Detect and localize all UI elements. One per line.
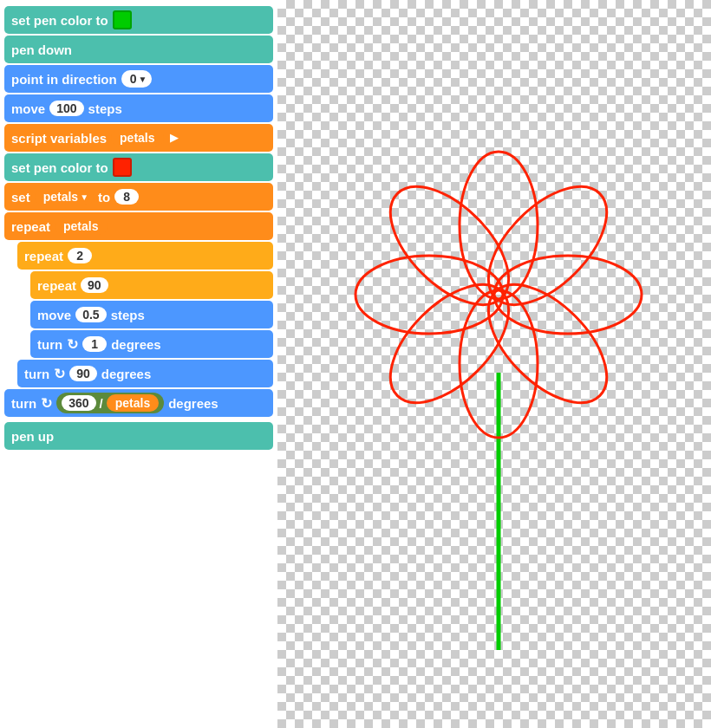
block-label: set pen color to [11, 13, 108, 28]
div-operator: / [100, 396, 103, 411]
set-label: set [11, 190, 30, 205]
color-swatch-red[interactable] [113, 158, 132, 177]
petals-value[interactable]: 8 [114, 189, 139, 205]
degrees-label: degrees [168, 396, 219, 411]
div-denominator: petals [107, 394, 159, 412]
block-label: move [37, 308, 71, 322]
svg-point-4 [468, 264, 628, 424]
block-label: pen up [11, 429, 54, 444]
var-petals: petals [111, 129, 163, 146]
block-set-petals[interactable]: set petals ▼ to 8 [4, 183, 273, 211]
dropdown-arrow: ▼ [80, 192, 88, 202]
div-expression[interactable]: 360 / petals [56, 393, 164, 413]
rotate-cw-icon: ↻ [54, 366, 65, 382]
to-label: to [98, 190, 110, 205]
svg-point-6 [370, 264, 530, 424]
repeat-label: repeat [24, 249, 63, 263]
block-move-0.5[interactable]: move 0.5 steps [30, 301, 273, 328]
block-repeat-2[interactable]: repeat 2 [17, 242, 273, 270]
degrees-label: degrees [111, 337, 161, 352]
var-name: petals [43, 190, 78, 204]
var-petals-dropdown[interactable]: petals ▼ [35, 188, 94, 205]
flower-canvas [277, 0, 711, 728]
turn-value[interactable]: 1 [82, 336, 107, 352]
repeat-label: repeat [37, 278, 76, 293]
block-set-pen-color-red[interactable]: set pen color to [4, 153, 273, 181]
repeat-value[interactable]: 2 [68, 248, 92, 263]
block-repeat-petals[interactable]: repeat petals [4, 212, 273, 240]
block-label: point in direction [11, 72, 117, 87]
block-script-variables[interactable]: script variables petals ▶ [4, 124, 273, 152]
rotate-cw-icon: ↻ [41, 395, 52, 412]
svg-point-2 [468, 166, 628, 326]
blocks-area: set pen color to pen down point in direc… [0, 0, 277, 728]
turn-value[interactable]: 90 [69, 366, 97, 381]
dropdown-arrow: ▼ [138, 75, 147, 84]
color-swatch-green[interactable] [113, 10, 132, 29]
block-move-100[interactable]: move 100 steps [4, 94, 273, 122]
move-value[interactable]: 100 [49, 101, 83, 116]
svg-point-8 [370, 166, 530, 326]
block-repeat-90[interactable]: repeat 90 [30, 271, 273, 299]
turn-label: turn [24, 367, 49, 381]
block-label: set pen color to [11, 160, 108, 175]
rotate-cw-icon: ↻ [67, 336, 78, 353]
block-pen-up[interactable]: pen up [4, 422, 273, 450]
direction-input[interactable]: 0 ▼ [121, 70, 153, 88]
block-turn-1[interactable]: turn ↻ 1 degrees [30, 330, 273, 358]
repeat-value[interactable]: 90 [81, 277, 108, 293]
div-numerator[interactable]: 360 [62, 395, 95, 411]
block-label: pen down [11, 42, 72, 57]
svg-point-7 [356, 256, 503, 334]
degrees-label: degrees [101, 367, 152, 381]
block-set-pen-color-green[interactable]: set pen color to [4, 6, 273, 34]
turn-label: turn [37, 337, 62, 352]
svg-point-3 [494, 256, 642, 334]
repeat-var: petals [55, 218, 107, 235]
move-value[interactable]: 0.5 [75, 307, 106, 322]
turn-label: turn [11, 396, 36, 411]
block-turn-90[interactable]: turn ↻ 90 degrees [17, 360, 273, 387]
arrow-icon: ▶ [170, 132, 178, 144]
direction-value: 0 [130, 72, 137, 86]
canvas-area [277, 0, 711, 728]
block-suffix: steps [111, 308, 145, 322]
block-turn-360-petals[interactable]: turn ↻ 360 / petals degrees [4, 389, 273, 417]
svg-point-1 [460, 152, 538, 299]
repeat-label: repeat [11, 219, 50, 234]
block-pen-down[interactable]: pen down [4, 36, 273, 63]
block-label: move [11, 101, 45, 116]
block-point-direction[interactable]: point in direction 0 ▼ [4, 65, 273, 93]
block-label: script variables [11, 131, 107, 146]
block-suffix: steps [88, 101, 122, 116]
